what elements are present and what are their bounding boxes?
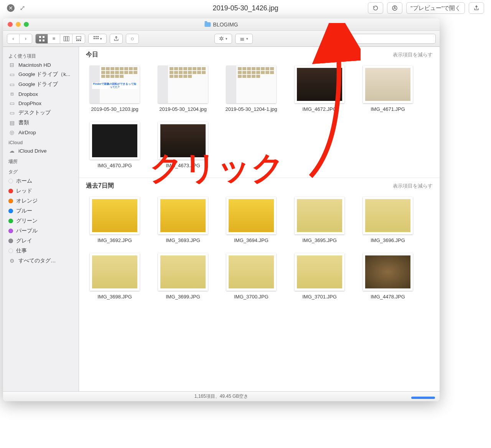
- file-name[interactable]: IMG_4672.JPG: [302, 106, 337, 112]
- sidebar-item-label: iCloud Drive: [18, 148, 47, 154]
- file-item[interactable]: IMG_3693.JPG: [154, 197, 212, 243]
- share-toolbar-button[interactable]: [110, 34, 123, 44]
- list-view-button[interactable]: ≡: [48, 34, 60, 43]
- gear-icon: ⚙: [8, 258, 15, 264]
- file-item[interactable]: 2019-05-30_1204.jpg: [154, 66, 212, 112]
- file-thumbnail[interactable]: [158, 122, 208, 160]
- file-thumbnail[interactable]: [158, 253, 208, 291]
- content-area[interactable]: 今日表示項目を減らすFinderで画像の回転ができるって知ってた?2019-05…: [79, 47, 440, 391]
- file-thumbnail[interactable]: [90, 197, 140, 234]
- search-field[interactable]: [328, 34, 436, 44]
- file-thumbnail[interactable]: [363, 197, 413, 234]
- sidebar-item[interactable]: ▭Google ドライブ（k...: [3, 69, 79, 79]
- file-name[interactable]: 2019-05-30_1204-1.jpg: [225, 106, 277, 112]
- file-thumbnail[interactable]: [90, 253, 140, 291]
- sidebar-tag-item[interactable]: パープル: [3, 226, 79, 236]
- file-item[interactable]: IMG_3700.JPG: [222, 253, 280, 300]
- tags-toolbar-button[interactable]: ○: [126, 34, 139, 44]
- file-item[interactable]: IMG_3696.JPG: [359, 197, 417, 243]
- sidebar-tag-item[interactable]: 仕事: [3, 246, 79, 256]
- gallery-view-button[interactable]: [72, 34, 85, 43]
- file-name[interactable]: IMG_3695.JPG: [302, 237, 337, 243]
- file-name[interactable]: IMG_3693.JPG: [166, 237, 200, 243]
- group-button[interactable]: ≣ ▾: [235, 34, 253, 44]
- action-button[interactable]: ✲ ▾: [214, 34, 232, 44]
- file-item[interactable]: IMG_4671.JPG: [359, 66, 417, 112]
- columns-icon: [63, 36, 69, 42]
- file-item[interactable]: IMG_4670.JPG: [86, 122, 143, 168]
- show-less-button[interactable]: 表示項目を減らす: [393, 51, 433, 58]
- sidebar-tag-item[interactable]: ブルー: [3, 206, 79, 216]
- maximize-icon[interactable]: ⤢: [18, 4, 26, 12]
- file-name[interactable]: IMG_4671.JPG: [371, 106, 405, 112]
- rotate-button[interactable]: [368, 2, 383, 14]
- file-name[interactable]: IMG_3696.JPG: [371, 237, 405, 243]
- file-item[interactable]: IMG_4478.JPG: [359, 253, 417, 300]
- sidebar-item[interactable]: ▭DropPhox: [3, 99, 79, 108]
- sidebar-tag-item[interactable]: ホーム: [3, 176, 79, 186]
- file-name[interactable]: IMG_3699.JPG: [166, 294, 200, 300]
- file-item[interactable]: Finderで画像の回転ができるって知ってた?2019-05-30_1203.j…: [86, 66, 143, 112]
- file-name[interactable]: IMG_4673.JPG: [166, 163, 200, 168]
- file-name[interactable]: IMG_3700.JPG: [234, 294, 269, 300]
- file-name[interactable]: IMG_3701.JPG: [302, 294, 337, 300]
- file-thumbnail[interactable]: [295, 66, 344, 103]
- file-item[interactable]: IMG_3692.JPG: [86, 197, 143, 243]
- sidebar-item[interactable]: ▭デスクトップ: [3, 108, 79, 118]
- file-item[interactable]: IMG_3699.JPG: [154, 253, 212, 300]
- file-item[interactable]: 2019-05-30_1204-1.jpg: [222, 66, 280, 112]
- minimize-window-button[interactable]: [16, 22, 21, 27]
- sidebar-tag-item[interactable]: ⚙すべてのタグ…: [3, 256, 79, 266]
- file-thumbnail[interactable]: Finderで画像の回転ができるって知ってた?: [90, 66, 140, 103]
- column-view-button[interactable]: [60, 34, 72, 43]
- file-item[interactable]: IMG_3698.JPG: [86, 253, 143, 300]
- sidebar-tag-item[interactable]: グレイ: [3, 236, 79, 246]
- file-item[interactable]: IMG_4672.JPG: [291, 66, 348, 112]
- file-item[interactable]: IMG_4673.JPG: [154, 122, 212, 168]
- file-thumbnail[interactable]: [226, 253, 276, 291]
- forward-button[interactable]: ›: [20, 34, 32, 43]
- file-item[interactable]: IMG_3701.JPG: [291, 253, 348, 300]
- file-thumbnail[interactable]: [158, 197, 208, 234]
- file-thumbnail[interactable]: [226, 66, 276, 103]
- folder-icon: ▭: [8, 71, 15, 77]
- sidebar-item[interactable]: ⧈Dropbox: [3, 89, 79, 99]
- close-window-button[interactable]: [8, 22, 13, 27]
- sidebar-tag-item[interactable]: オレンジ: [3, 196, 79, 206]
- search-input[interactable]: [340, 36, 432, 41]
- file-thumbnail[interactable]: [363, 66, 413, 103]
- sidebar-tag-item[interactable]: レッド: [3, 186, 79, 196]
- back-button[interactable]: ‹: [7, 34, 20, 43]
- icon-view-button[interactable]: [36, 34, 48, 43]
- file-thumbnail[interactable]: [226, 197, 276, 234]
- file-name[interactable]: IMG_3694.JPG: [234, 237, 269, 243]
- file-name[interactable]: IMG_4478.JPG: [371, 294, 405, 300]
- file-name[interactable]: 2019-05-30_1203.jpg: [91, 106, 138, 112]
- file-thumbnail[interactable]: [158, 66, 208, 103]
- file-thumbnail[interactable]: [90, 122, 140, 160]
- file-thumbnail[interactable]: [295, 197, 344, 234]
- close-icon[interactable]: ✕: [7, 4, 15, 12]
- scroll-indicator[interactable]: [411, 397, 435, 399]
- file-name[interactable]: 2019-05-30_1204.jpg: [159, 106, 207, 112]
- file-thumbnail[interactable]: [295, 253, 344, 291]
- sidebar-item[interactable]: ◎AirDrop: [3, 128, 79, 137]
- show-less-button[interactable]: 表示項目を減らす: [393, 183, 433, 189]
- open-with-button[interactable]: "プレビュー"で開く: [406, 2, 465, 14]
- sidebar-item[interactable]: ▭Google ドライブ: [3, 79, 79, 89]
- sidebar-item[interactable]: ⊟Macintosh HD: [3, 60, 79, 69]
- share-button[interactable]: [469, 2, 484, 14]
- file-thumbnail[interactable]: [363, 253, 413, 291]
- markup-button[interactable]: [387, 2, 402, 14]
- sidebar-item[interactable]: ▤書類: [3, 118, 79, 128]
- file-name[interactable]: IMG_3698.JPG: [97, 294, 132, 300]
- file-name[interactable]: IMG_3692.JPG: [97, 237, 132, 243]
- sidebar-item[interactable]: ☁iCloud Drive: [3, 146, 79, 155]
- sidebar-tag-item[interactable]: グリーン: [3, 216, 79, 226]
- finder-titlebar[interactable]: BLOGIMG: [3, 18, 440, 31]
- zoom-window-button[interactable]: [24, 22, 29, 27]
- file-item[interactable]: IMG_3695.JPG: [291, 197, 348, 243]
- file-name[interactable]: IMG_4670.JPG: [97, 163, 132, 168]
- file-item[interactable]: IMG_3694.JPG: [222, 197, 280, 243]
- arrange-button[interactable]: ▾: [89, 34, 106, 43]
